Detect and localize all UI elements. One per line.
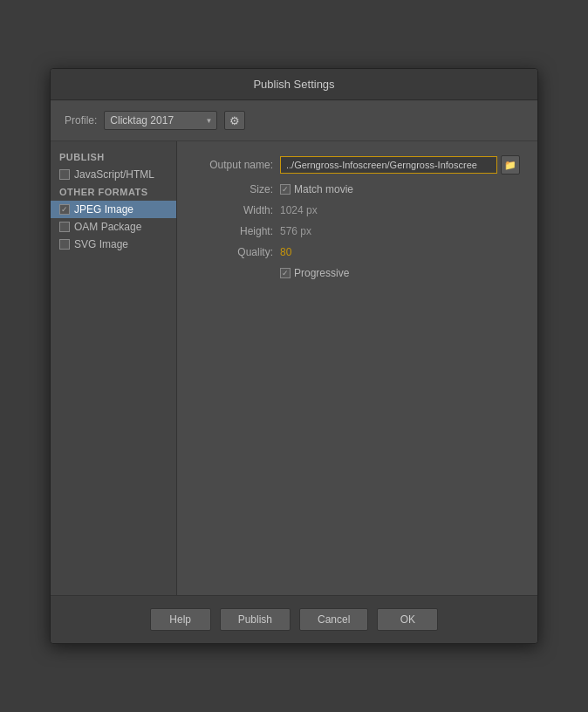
match-movie-label[interactable]: Match movie bbox=[280, 183, 353, 195]
width-label: Width: bbox=[195, 204, 273, 216]
folder-button[interactable]: 📁 bbox=[501, 155, 520, 175]
list-item-javascript-html[interactable]: JavaScript/HTML bbox=[51, 166, 176, 183]
cancel-button[interactable]: Cancel bbox=[299, 608, 368, 631]
width-value: 1024 px bbox=[280, 204, 318, 216]
list-item-jpeg-image[interactable]: JPEG Image bbox=[51, 201, 176, 218]
height-row: Height: 576 px bbox=[195, 225, 520, 237]
output-name-label: Output name: bbox=[195, 159, 273, 171]
quality-label: Quality: bbox=[195, 246, 273, 258]
list-item-svg-image[interactable]: SVG Image bbox=[51, 236, 176, 253]
left-panel: PUBLISH JavaScript/HTML OTHER FORMATS JP… bbox=[51, 141, 177, 595]
content-area: PUBLISH JavaScript/HTML OTHER FORMATS JP… bbox=[51, 141, 537, 595]
size-row: Size: Match movie bbox=[195, 183, 520, 195]
profile-select[interactable]: Clicktag 2017 bbox=[104, 111, 217, 130]
ok-button[interactable]: OK bbox=[377, 608, 438, 631]
footer: Help Publish Cancel OK bbox=[51, 595, 537, 643]
width-row: Width: 1024 px bbox=[195, 204, 520, 216]
publish-section-header: PUBLISH bbox=[51, 148, 176, 166]
publish-settings-dialog: Publish Settings Profile: Clicktag 2017 … bbox=[50, 68, 538, 644]
quality-value: 80 bbox=[280, 246, 291, 258]
match-movie-checkbox[interactable] bbox=[280, 184, 291, 195]
jpeg-image-checkbox[interactable] bbox=[59, 204, 70, 215]
profile-row: Profile: Clicktag 2017 ⚙ bbox=[51, 100, 537, 141]
height-label: Height: bbox=[195, 225, 273, 237]
size-label: Size: bbox=[195, 183, 273, 195]
help-button[interactable]: Help bbox=[150, 608, 211, 631]
oam-package-checkbox[interactable] bbox=[59, 222, 70, 232]
gear-button[interactable]: ⚙ bbox=[224, 111, 245, 130]
dialog-title: Publish Settings bbox=[51, 69, 537, 100]
progressive-row: Progressive bbox=[280, 267, 520, 279]
output-name-input[interactable] bbox=[280, 156, 497, 174]
other-formats-header: OTHER FORMATS bbox=[51, 183, 176, 201]
publish-button[interactable]: Publish bbox=[220, 608, 291, 631]
progressive-label[interactable]: Progressive bbox=[280, 267, 349, 279]
profile-select-wrapper: Clicktag 2017 bbox=[104, 111, 217, 130]
right-panel: Output name: 📁 Size: Match movie Width: … bbox=[177, 141, 537, 595]
svg-image-checkbox[interactable] bbox=[59, 239, 70, 250]
list-item-oam-package[interactable]: OAM Package bbox=[51, 218, 176, 236]
javascript-html-checkbox[interactable] bbox=[59, 169, 70, 180]
profile-label: Profile: bbox=[65, 114, 97, 127]
output-name-row: Output name: 📁 bbox=[195, 155, 520, 175]
quality-row: Quality: 80 bbox=[195, 246, 520, 258]
height-value: 576 px bbox=[280, 225, 311, 237]
progressive-checkbox[interactable] bbox=[280, 268, 291, 278]
